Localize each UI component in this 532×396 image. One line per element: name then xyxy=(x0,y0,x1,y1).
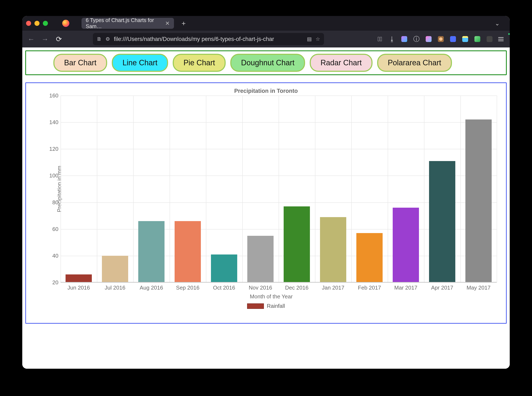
legend-label: Rainfall xyxy=(267,303,285,309)
x-tick-label: Sep 2016 xyxy=(176,285,199,291)
extension-monkey-icon[interactable] xyxy=(437,35,445,43)
extension-darkbug-icon[interactable] xyxy=(485,35,494,43)
toolbar: ← → ⟳ 🗎 ⚙ file:///Users/nathan/Downloads… xyxy=(22,31,510,47)
x-tick-label: Oct 2016 xyxy=(213,285,235,291)
extension-stylus-icon[interactable] xyxy=(400,35,408,43)
maximize-window-button[interactable] xyxy=(43,21,48,26)
extension-note-icon[interactable] xyxy=(461,35,469,43)
forward-button[interactable]: → xyxy=(40,35,50,43)
line-chart-button[interactable]: Line Chart xyxy=(112,54,168,72)
page-content: Bar Chart Line Chart Pie Chart Doughnut … xyxy=(22,47,510,369)
bar[interactable] xyxy=(102,256,128,282)
app-menu-button[interactable] xyxy=(497,35,506,43)
tab-title: 6 Types of Chart.js Charts for Sam… xyxy=(86,17,162,29)
bar[interactable] xyxy=(393,208,419,282)
chart-plot-area: Precipitation in mm 20406080100120140160… xyxy=(60,96,497,282)
x-tick-label: Jun 2016 xyxy=(67,285,90,291)
legend-swatch-icon xyxy=(247,303,264,309)
x-tick-label: Apr 2017 xyxy=(431,285,453,291)
firefox-logo-icon xyxy=(62,20,69,27)
extension-save-icon[interactable] xyxy=(449,35,457,43)
y-tick-label: 80 xyxy=(47,199,59,206)
y-tick-label: 100 xyxy=(47,172,59,179)
bookmark-star-icon[interactable]: ☆ xyxy=(316,36,320,42)
reload-button[interactable]: ⟳ xyxy=(54,35,64,43)
chart-container: Precipitation in Toronto Precipitation i… xyxy=(25,82,507,324)
pie-chart-button[interactable]: Pie Chart xyxy=(173,54,226,72)
file-icon: 🗎 xyxy=(97,36,102,42)
x-tick-label: Feb 2017 xyxy=(358,285,381,291)
x-tick-label: Jan 2017 xyxy=(322,285,344,291)
window-controls xyxy=(26,21,48,26)
y-tick-label: 140 xyxy=(47,119,59,126)
chart-type-buttons: Bar Chart Line Chart Pie Chart Doughnut … xyxy=(25,50,507,75)
polararea-chart-button[interactable]: Polararea Chart xyxy=(377,54,452,72)
x-tick-label: Nov 2016 xyxy=(249,285,272,291)
chart-legend[interactable]: Rainfall xyxy=(33,303,499,309)
pocket-icon[interactable]: ⌄⃞ xyxy=(376,35,384,43)
x-tick-label: Aug 2016 xyxy=(140,285,163,291)
x-tick-label: May 2017 xyxy=(467,285,491,291)
bar[interactable] xyxy=(356,233,383,282)
extension-highlighter-icon[interactable] xyxy=(424,35,433,43)
bar[interactable] xyxy=(65,274,92,282)
info-icon[interactable]: ⓘ xyxy=(412,35,421,43)
bar[interactable] xyxy=(284,206,310,282)
bar[interactable] xyxy=(320,217,346,283)
bar[interactable] xyxy=(175,221,201,282)
tabs-dropdown-button[interactable]: ⌄ xyxy=(495,20,500,27)
x-tick-label: Mar 2017 xyxy=(394,285,418,291)
site-settings-icon[interactable]: ⚙ xyxy=(106,36,110,42)
back-button[interactable]: ← xyxy=(26,35,36,43)
new-tab-button[interactable]: + xyxy=(179,19,188,28)
browser-tab[interactable]: 6 Types of Chart.js Charts for Sam… ✕ xyxy=(82,18,174,29)
bar[interactable] xyxy=(247,236,274,283)
radar-chart-button[interactable]: Radar Chart xyxy=(310,54,372,72)
y-tick-label: 20 xyxy=(47,279,59,286)
tab-bar: 6 Types of Chart.js Charts for Sam… ✕ + … xyxy=(22,16,510,31)
close-tab-button[interactable]: ✕ xyxy=(165,20,170,27)
bar[interactable] xyxy=(211,255,237,283)
reader-mode-icon[interactable]: ▤ xyxy=(307,36,312,42)
doughnut-chart-button[interactable]: Doughnut Chart xyxy=(230,54,305,72)
downloads-icon[interactable]: ⭳ xyxy=(388,35,396,43)
close-window-button[interactable] xyxy=(26,21,31,26)
x-tick-label: Dec 2016 xyxy=(285,285,308,291)
bar[interactable] xyxy=(138,221,165,282)
bar[interactable] xyxy=(429,161,455,283)
minimize-window-button[interactable] xyxy=(35,21,40,26)
bar-chart-button[interactable]: Bar Chart xyxy=(53,54,107,72)
url-bar[interactable]: 🗎 ⚙ file:///Users/nathan/Downloads/my pe… xyxy=(93,33,324,45)
bar[interactable] xyxy=(465,119,492,282)
url-text: file:///Users/nathan/Downloads/my pens/6… xyxy=(114,36,274,42)
y-tick-label: 40 xyxy=(47,252,59,259)
extension-colorpicker-icon[interactable] xyxy=(473,35,482,43)
chart-title: Precipitation in Toronto xyxy=(33,88,499,94)
y-tick-label: 160 xyxy=(47,92,59,99)
y-tick-label: 60 xyxy=(47,226,59,232)
y-tick-label: 120 xyxy=(47,146,59,152)
browser-window: 6 Types of Chart.js Charts for Sam… ✕ + … xyxy=(22,16,510,369)
x-axis-label: Month of the Year xyxy=(44,293,499,300)
x-tick-label: Jul 2016 xyxy=(105,285,125,291)
